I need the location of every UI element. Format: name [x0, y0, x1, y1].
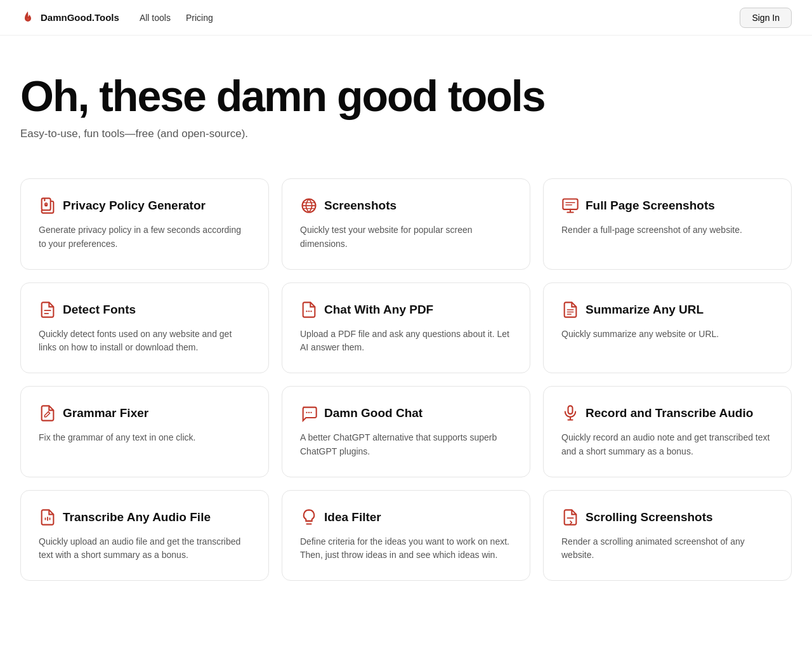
- tool-title-transcribe-any-audio-file: Transcribe Any Audio File: [63, 510, 211, 524]
- hero-subtitle: Easy-to-use, fun tools—free (and open-so…: [20, 128, 792, 140]
- svg-rect-11: [568, 406, 573, 414]
- chat-bubble-icon: [300, 404, 318, 422]
- tool-card-header: Scrolling Screenshots: [561, 508, 773, 526]
- monitor-icon: [561, 197, 579, 215]
- file-text-icon: [39, 301, 56, 319]
- tool-desc-detect-fonts: Quickly detect fonts used on any website…: [39, 328, 251, 355]
- tool-title-screenshots: Screenshots: [324, 199, 396, 213]
- svg-rect-4: [563, 199, 577, 209]
- tool-desc-record-transcribe-audio: Quickly record an audio note and get tra…: [561, 431, 773, 458]
- tool-card-grammar-fixer[interactable]: Grammar Fixer Fix the grammar of any tex…: [20, 386, 269, 477]
- tool-card-header: Screenshots: [300, 197, 512, 215]
- tool-desc-grammar-fixer: Fix the grammar of any text in one click…: [39, 431, 251, 445]
- navbar: DamnGood.Tools All tools Pricing Sign In: [0, 0, 812, 36]
- tool-card-idea-filter[interactable]: Idea Filter Define criteria for the idea…: [282, 490, 530, 581]
- signin-button[interactable]: Sign In: [740, 8, 792, 28]
- tool-title-detect-fonts: Detect Fonts: [63, 303, 136, 317]
- microphone-icon: [561, 404, 579, 422]
- tool-title-chat-with-any-pdf: Chat With Any PDF: [324, 303, 433, 317]
- brand-name: DamnGood.Tools: [41, 12, 119, 23]
- tool-desc-full-page-screenshots: Render a full-page screenshot of any web…: [561, 223, 773, 237]
- tool-card-record-transcribe-audio[interactable]: Record and Transcribe Audio Quickly reco…: [543, 386, 792, 477]
- globe-circle-icon: [300, 197, 318, 215]
- tool-card-detect-fonts[interactable]: Detect Fonts Quickly detect fonts used o…: [20, 282, 269, 373]
- svg-point-9: [308, 412, 310, 413]
- tool-title-summarize-any-url: Summarize Any URL: [586, 303, 704, 317]
- tool-card-header: Summarize Any URL: [561, 301, 773, 319]
- tools-grid: Privacy Policy Generator Generate privac…: [0, 166, 812, 619]
- flame-icon: [20, 10, 36, 25]
- tool-card-header: Damn Good Chat: [300, 404, 512, 422]
- svg-point-6: [308, 310, 310, 312]
- tool-card-transcribe-any-audio-file[interactable]: Transcribe Any Audio File Quickly upload…: [20, 490, 269, 581]
- tool-card-header: Transcribe Any Audio File: [39, 508, 251, 526]
- svg-point-2: [45, 203, 48, 206]
- tool-card-header: Detect Fonts: [39, 301, 251, 319]
- file-lines-icon: [561, 301, 579, 319]
- file-audio-icon: [39, 508, 56, 526]
- tool-desc-privacy-policy-generator: Generate privacy policy in a few seconds…: [39, 223, 251, 251]
- nav-left: DamnGood.Tools All tools Pricing: [20, 10, 213, 25]
- nav-links: All tools Pricing: [140, 13, 213, 23]
- brand[interactable]: DamnGood.Tools: [20, 10, 119, 25]
- tool-card-damn-good-chat[interactable]: Damn Good Chat A better ChatGPT alternat…: [282, 386, 530, 477]
- hero-section: Oh, these damn good tools Easy-to-use, f…: [0, 36, 812, 166]
- tool-title-privacy-policy-generator: Privacy Policy Generator: [63, 199, 206, 213]
- tool-card-privacy-policy-generator[interactable]: Privacy Policy Generator Generate privac…: [20, 178, 269, 269]
- tool-title-record-transcribe-audio: Record and Transcribe Audio: [586, 406, 753, 420]
- tool-title-full-page-screenshots: Full Page Screenshots: [586, 199, 715, 213]
- svg-point-10: [310, 412, 311, 413]
- tool-card-screenshots[interactable]: Screenshots Quickly test your website fo…: [282, 178, 530, 269]
- tool-card-header: Record and Transcribe Audio: [561, 404, 773, 422]
- tool-desc-scrolling-screenshots: Render a scrolling animated screenshot o…: [561, 535, 773, 562]
- svg-point-8: [306, 412, 307, 413]
- tool-card-header: Grammar Fixer: [39, 404, 251, 422]
- hero-title: Oh, these damn good tools: [20, 74, 792, 119]
- tool-card-chat-with-any-pdf[interactable]: Chat With Any PDF Upload a PDF file and …: [282, 282, 530, 373]
- tool-desc-chat-with-any-pdf: Upload a PDF file and ask any questions …: [300, 328, 512, 355]
- tool-card-header: Full Page Screenshots: [561, 197, 773, 215]
- tool-desc-summarize-any-url: Quickly summarize any website or URL.: [561, 328, 773, 342]
- tool-title-grammar-fixer: Grammar Fixer: [63, 406, 148, 420]
- tool-card-header: Privacy Policy Generator: [39, 197, 251, 215]
- tool-title-scrolling-screenshots: Scrolling Screenshots: [586, 510, 713, 524]
- file-lock-icon: [39, 197, 56, 215]
- tool-title-idea-filter: Idea Filter: [324, 510, 381, 524]
- svg-point-7: [310, 310, 311, 312]
- tool-card-scrolling-screenshots[interactable]: Scrolling Screenshots Render a scrolling…: [543, 490, 792, 581]
- file-scroll-icon: [561, 508, 579, 526]
- tool-title-damn-good-chat: Damn Good Chat: [324, 406, 422, 420]
- nav-pricing[interactable]: Pricing: [186, 13, 213, 23]
- lightbulb-icon: [300, 508, 318, 526]
- tool-card-full-page-screenshots[interactable]: Full Page Screenshots Render a full-page…: [543, 178, 792, 269]
- svg-point-5: [306, 310, 307, 312]
- tool-card-summarize-any-url[interactable]: Summarize Any URL Quickly summarize any …: [543, 282, 792, 373]
- file-chat-icon: [300, 301, 318, 319]
- file-edit-icon: [39, 404, 56, 422]
- nav-all-tools[interactable]: All tools: [140, 13, 171, 23]
- tool-desc-transcribe-any-audio-file: Quickly upload an audio file and get the…: [39, 535, 251, 562]
- tool-desc-idea-filter: Define criteria for the ideas you want t…: [300, 535, 512, 562]
- tool-desc-screenshots: Quickly test your website for popular sc…: [300, 223, 512, 251]
- tool-desc-damn-good-chat: A better ChatGPT alternative that suppor…: [300, 431, 512, 458]
- tool-card-header: Idea Filter: [300, 508, 512, 526]
- tool-card-header: Chat With Any PDF: [300, 301, 512, 319]
